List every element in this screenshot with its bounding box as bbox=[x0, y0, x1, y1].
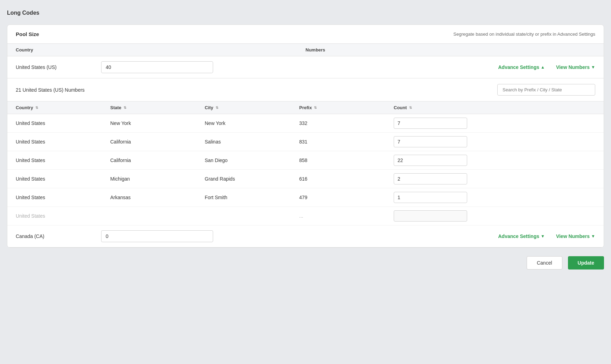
cell-city: Grand Rapids bbox=[205, 176, 299, 182]
table-body: United States New York New York 332 Unit… bbox=[7, 114, 604, 225]
count-input-2[interactable] bbox=[394, 155, 467, 166]
col-head-city: City ⇅ bbox=[205, 105, 299, 110]
view-numbers-ca-label: View Numbers bbox=[556, 233, 590, 239]
footer-buttons: Cancel Update bbox=[7, 248, 604, 272]
cell-count[interactable] bbox=[394, 173, 595, 184]
cell-prefix: 332 bbox=[299, 120, 394, 126]
cell-state: New York bbox=[110, 120, 205, 126]
col-head-state: State ⇅ bbox=[110, 105, 205, 110]
update-button[interactable]: Update bbox=[568, 256, 604, 270]
sort-state-icon[interactable]: ⇅ bbox=[124, 106, 126, 110]
cell-country: United States bbox=[16, 195, 110, 200]
table-row: United States California Salinas 831 bbox=[7, 133, 604, 151]
pool-row-us: United States (US) Advance Settings ▲ Vi… bbox=[7, 56, 604, 78]
cell-state: Arkansas bbox=[110, 195, 205, 200]
pool-country-us: United States (US) bbox=[16, 64, 93, 70]
pool-input-us-wrapper bbox=[101, 61, 213, 73]
pool-table-header: Country Numbers bbox=[7, 44, 604, 56]
cell-city: Salinas bbox=[205, 139, 299, 145]
pool-input-us[interactable] bbox=[101, 61, 213, 73]
cell-country: United States bbox=[16, 158, 110, 163]
pool-col-numbers: Numbers bbox=[306, 47, 595, 52]
main-card: Pool Size Segregate based on individual … bbox=[7, 24, 604, 248]
numbers-title: 21 United States (US) Numbers bbox=[16, 87, 85, 93]
search-input[interactable] bbox=[497, 84, 595, 96]
table-header: Country ⇅ State ⇅ City ⇅ Prefix ⇅ Count … bbox=[7, 102, 604, 114]
table-row: United States New York New York 332 bbox=[7, 114, 604, 133]
cell-prefix: 831 bbox=[299, 139, 394, 145]
count-input-3[interactable] bbox=[394, 173, 467, 184]
view-numbers-us-label: View Numbers bbox=[556, 64, 590, 70]
pool-actions-ca: Advance Settings ▼ View Numbers ▼ bbox=[498, 233, 596, 239]
view-numbers-ca-icon: ▼ bbox=[591, 234, 595, 239]
table-row: United States Arkansas Fort Smith 479 bbox=[7, 188, 604, 207]
cell-count[interactable] bbox=[394, 192, 595, 203]
pool-input-ca-wrapper bbox=[101, 230, 213, 242]
pool-row-ca: Canada (CA) Advance Settings ▼ View Numb… bbox=[7, 225, 604, 247]
cell-prefix: 479 bbox=[299, 195, 394, 200]
cell-city: New York bbox=[205, 120, 299, 126]
col-head-count: Count ⇅ bbox=[394, 105, 595, 110]
cell-prefix: 858 bbox=[299, 158, 394, 163]
view-numbers-us-icon: ▼ bbox=[591, 65, 595, 70]
pool-size-label: Pool Size bbox=[16, 31, 39, 37]
cell-city: Fort Smith bbox=[205, 195, 299, 200]
count-input-4[interactable] bbox=[394, 192, 467, 203]
count-input-1[interactable] bbox=[394, 136, 467, 147]
numbers-detail-section: 21 United States (US) Numbers Country ⇅ … bbox=[7, 78, 604, 225]
truncated-row: United States ... bbox=[7, 207, 604, 225]
pool-size-hint: Segregate based on individual state/city… bbox=[454, 31, 595, 37]
cell-count[interactable] bbox=[394, 136, 595, 147]
cell-prefix: 616 bbox=[299, 176, 394, 182]
cell-state: Michigan bbox=[110, 176, 205, 182]
advance-settings-us-label: Advance Settings bbox=[498, 64, 539, 70]
table-row: United States Michigan Grand Rapids 616 bbox=[7, 170, 604, 188]
cell-state: California bbox=[110, 139, 205, 145]
cancel-button[interactable]: Cancel bbox=[527, 256, 562, 270]
col-head-prefix: Prefix ⇅ bbox=[299, 105, 394, 110]
pool-actions-us: Advance Settings ▲ View Numbers ▼ bbox=[498, 64, 596, 70]
count-input-0[interactable] bbox=[394, 118, 467, 129]
col-head-country: Country ⇅ bbox=[16, 105, 110, 110]
pool-input-ca[interactable] bbox=[101, 230, 213, 242]
view-numbers-us[interactable]: View Numbers ▼ bbox=[556, 64, 595, 70]
advance-settings-ca-label: Advance Settings bbox=[498, 233, 539, 239]
page-title: Long Codes bbox=[7, 7, 604, 19]
sort-count-icon[interactable]: ⇅ bbox=[409, 106, 412, 110]
advance-settings-us[interactable]: Advance Settings ▲ bbox=[498, 64, 545, 70]
table-row: United States California San Diego 858 bbox=[7, 151, 604, 170]
advance-settings-us-icon: ▲ bbox=[541, 65, 545, 70]
pool-size-header: Pool Size Segregate based on individual … bbox=[7, 25, 604, 44]
count-input-trunc[interactable] bbox=[394, 210, 467, 222]
cell-country: United States bbox=[16, 176, 110, 182]
advance-settings-ca[interactable]: Advance Settings ▼ bbox=[498, 233, 545, 239]
cell-country: United States bbox=[16, 139, 110, 145]
cell-country: United States bbox=[16, 120, 110, 126]
pool-country-ca: Canada (CA) bbox=[16, 233, 93, 239]
sort-country-icon[interactable]: ⇅ bbox=[35, 106, 38, 110]
numbers-header: 21 United States (US) Numbers bbox=[7, 78, 604, 102]
sort-prefix-icon[interactable]: ⇅ bbox=[314, 106, 317, 110]
advance-settings-ca-icon: ▼ bbox=[541, 234, 545, 239]
cell-state: California bbox=[110, 158, 205, 163]
cell-count[interactable] bbox=[394, 118, 595, 129]
sort-city-icon[interactable]: ⇅ bbox=[216, 106, 218, 110]
pool-col-country: Country bbox=[16, 47, 306, 52]
view-numbers-ca[interactable]: View Numbers ▼ bbox=[556, 233, 595, 239]
cell-count[interactable] bbox=[394, 155, 595, 166]
cell-city: San Diego bbox=[205, 158, 299, 163]
